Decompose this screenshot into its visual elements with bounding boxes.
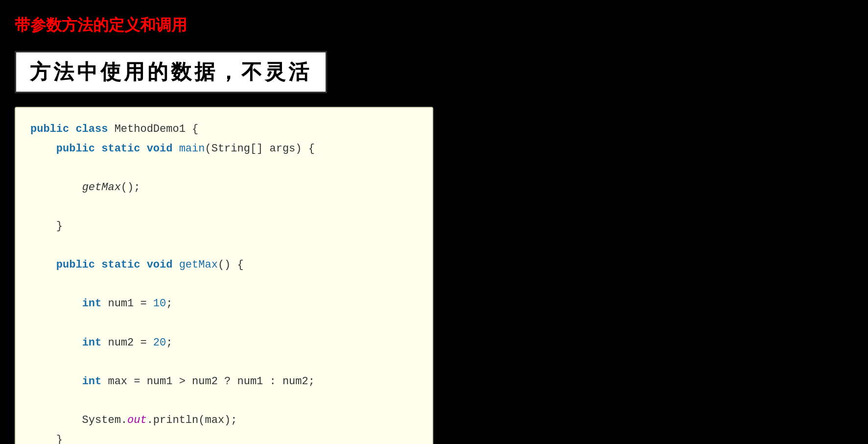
kw-public1: public <box>30 123 69 135</box>
code-line-max: int max = num1 > num2 ? num1 : num2; <box>30 372 418 392</box>
code-line-blank3 <box>30 236 418 256</box>
code-line-blank2 <box>30 197 418 217</box>
code-line-main: public static void main(String[] args) { <box>30 139 418 159</box>
code-line-blank7 <box>30 391 418 411</box>
number-10: 10 <box>153 297 166 310</box>
kw-int1: int <box>82 297 102 310</box>
page-title: 带参数方法的定义和调用 <box>15 15 853 36</box>
kw-static1: static <box>101 143 140 155</box>
code-line-close-main: } <box>30 217 418 236</box>
code-line-println: System.out.println(max); <box>30 411 418 430</box>
getmax-italic: getMax <box>82 181 121 194</box>
code-line-blank4 <box>30 275 418 295</box>
page-container: 带参数方法的定义和调用 方法中使用的数据，不灵活 public class Me… <box>0 0 868 444</box>
kw-void2: void <box>147 259 173 271</box>
number-20: 20 <box>153 337 166 349</box>
code-line-num2: int num2 = 20; <box>30 333 418 353</box>
code-line-getmax-decl: public static void getMax() { <box>30 255 418 275</box>
kw-class: class <box>75 123 108 135</box>
kw-static2: static <box>101 259 140 271</box>
kw-public3: public <box>56 259 95 271</box>
code-block: public class MethodDemo1 { public static… <box>15 107 433 444</box>
code-line-getmax-call: getMax(); <box>30 178 418 197</box>
kw-public2: public <box>56 143 95 155</box>
code-line-close-getmax: } <box>30 430 418 444</box>
code-line-blank5 <box>30 314 418 333</box>
kw-int2: int <box>82 337 102 349</box>
method-main: main <box>179 143 205 155</box>
subtitle-box: 方法中使用的数据，不灵活 <box>15 51 327 93</box>
subtitle-text: 方法中使用的数据，不灵活 <box>30 60 312 83</box>
code-line-blank6 <box>30 352 418 372</box>
code-line-blank1 <box>30 158 418 178</box>
method-getmax: getMax <box>179 259 218 271</box>
kw-int3: int <box>82 375 102 388</box>
kw-void1: void <box>147 143 173 155</box>
code-line-num1: int num1 = 10; <box>30 294 418 314</box>
code-line-class: public class MethodDemo1 { <box>30 120 418 139</box>
out-italic: out <box>127 414 147 426</box>
